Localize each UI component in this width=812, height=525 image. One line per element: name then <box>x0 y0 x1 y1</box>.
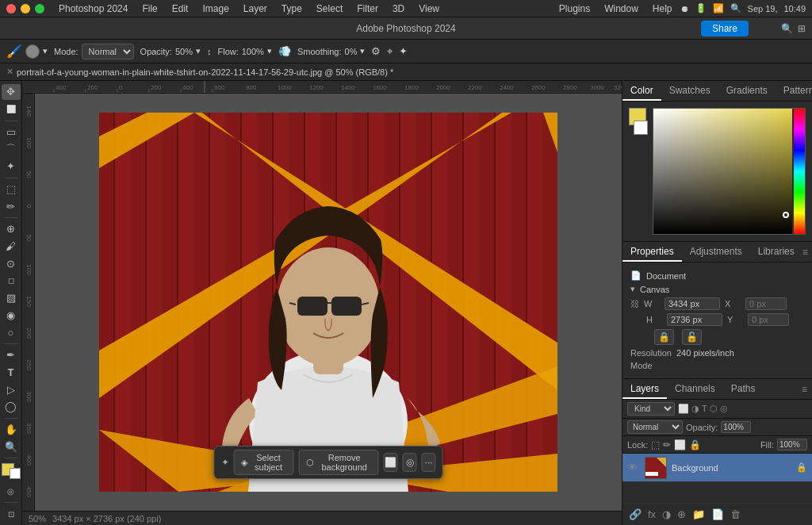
symmetry-icon[interactable]: ✦ <box>399 45 408 57</box>
brush-angle-icon[interactable]: ⌖ <box>387 45 393 58</box>
menu-type[interactable]: Type <box>275 2 308 16</box>
tab-patterns[interactable]: Patterns <box>776 82 812 101</box>
layers-delete-icon[interactable]: 🗑 <box>730 508 741 520</box>
menu-3d[interactable]: 3D <box>386 2 411 16</box>
tab-paths[interactable]: Paths <box>723 380 764 399</box>
active-tab-label[interactable]: portrait-of-a-young-woman-in-plain-white… <box>17 67 393 77</box>
layers-mask-icon[interactable]: ◑ <box>662 508 671 520</box>
canvas-lock-icon-2[interactable]: 🔓 <box>682 329 702 345</box>
menu-select[interactable]: Select <box>310 2 349 16</box>
tab-properties[interactable]: Properties <box>622 243 682 262</box>
menu-help[interactable]: Help <box>646 2 679 16</box>
tool-eyedropper[interactable]: ✏ <box>2 198 21 214</box>
minimize-button[interactable] <box>21 4 30 13</box>
layers-opacity-input[interactable] <box>721 421 751 433</box>
background-color[interactable] <box>10 468 21 479</box>
brush-shape-icon[interactable] <box>25 44 40 59</box>
tool-magic-wand[interactable]: ✦ <box>2 159 21 174</box>
tool-text[interactable]: T <box>2 365 21 381</box>
canvas-more-button[interactable]: ··· <box>422 453 436 472</box>
tool-gradient[interactable]: ▨ <box>2 290 21 306</box>
mode-select[interactable]: Normal <box>82 44 134 59</box>
menu-file[interactable]: File <box>136 2 163 16</box>
tool-eraser[interactable]: ◻ <box>2 273 21 289</box>
menu-photoshop[interactable]: Photoshop 2024 <box>52 2 134 16</box>
brush-settings-icon[interactable]: ⚙ <box>371 45 381 57</box>
x-input[interactable] <box>745 297 787 310</box>
tab-color[interactable]: Color <box>622 82 661 101</box>
canvas-extra-btn-1[interactable]: ⬜ <box>384 453 398 472</box>
lock-artboards-icon[interactable]: ⬜ <box>674 439 686 450</box>
canvas-lock-icon-1[interactable]: 🔒 <box>654 329 674 345</box>
layers-blend-mode[interactable]: Normal <box>627 420 683 434</box>
tool-zoom[interactable]: 🔍 <box>2 439 21 454</box>
canvas-extra-btn-2[interactable]: ◎ <box>403 453 417 472</box>
remove-background-button[interactable]: ⬡ Remove background <box>299 450 379 475</box>
filter-smart-icon[interactable]: ◎ <box>720 404 728 414</box>
layers-adjustment-icon[interactable]: ⊕ <box>677 508 686 520</box>
tool-heal[interactable]: ⊕ <box>2 221 21 237</box>
tab-channels[interactable]: Channels <box>667 380 723 399</box>
fg-bg-colors[interactable] <box>2 463 21 479</box>
layers-new-icon[interactable]: 📄 <box>711 508 724 520</box>
tool-brush[interactable]: 🖌 <box>2 238 21 254</box>
menu-image[interactable]: Image <box>196 2 235 16</box>
fill-input[interactable] <box>777 439 807 450</box>
chain-icon[interactable]: ⛓ <box>630 299 639 308</box>
search-icon[interactable]: 🔍 <box>781 23 793 34</box>
tool-blur[interactable]: ◉ <box>2 307 21 323</box>
background-swatch[interactable] <box>634 121 648 135</box>
select-subject-button[interactable]: ◈ Select subject <box>234 450 294 475</box>
menu-plugins[interactable]: Plugins <box>553 2 596 16</box>
pressure-icon[interactable]: ↕ <box>207 47 212 56</box>
width-input[interactable] <box>665 297 720 310</box>
tab-adjustments[interactable]: Adjustments <box>682 243 750 262</box>
opacity-dropdown-icon[interactable]: ▾ <box>196 46 201 56</box>
canvas-image[interactable]: ✦ ◈ Select subject ⬡ Remove background ⬜… <box>99 113 557 492</box>
tool-shape[interactable]: ◯ <box>2 399 21 415</box>
color-gradient-picker[interactable] <box>653 108 806 235</box>
layers-fx-icon[interactable]: fx <box>648 508 656 520</box>
tab-libraries[interactable]: Libraries <box>750 243 802 262</box>
menu-edit[interactable]: Edit <box>166 2 195 16</box>
menu-view[interactable]: View <box>412 2 446 16</box>
share-button[interactable]: Share <box>701 21 749 36</box>
tool-marquee[interactable]: ▭ <box>2 124 21 140</box>
filter-shape-icon[interactable]: ⬡ <box>710 404 718 414</box>
layers-group-icon[interactable]: 📁 <box>692 508 705 520</box>
layer-visibility-icon[interactable]: 👁 <box>627 462 640 473</box>
height-input[interactable] <box>667 313 722 326</box>
layer-item-background[interactable]: 👁 Background 🔒 <box>622 454 812 482</box>
tool-move[interactable]: ✥ <box>2 84 21 100</box>
tab-swatches[interactable]: Swatches <box>661 82 718 101</box>
close-button[interactable] <box>6 4 16 13</box>
layers-panel-gear-icon[interactable]: ≡ <box>802 384 807 395</box>
lock-all-icon[interactable]: 🔒 <box>689 439 701 450</box>
airbrush-icon[interactable]: 💨 <box>278 45 291 57</box>
quick-mask-icon[interactable]: ◎ <box>2 484 21 500</box>
layers-link-icon[interactable]: 🔗 <box>629 508 642 520</box>
screen-mode-icon[interactable]: ⊡ <box>2 506 21 522</box>
canvas-viewport[interactable]: ✦ ◈ Select subject ⬡ Remove background ⬜… <box>35 94 622 511</box>
menu-window[interactable]: Window <box>598 2 645 16</box>
y-input[interactable] <box>748 313 789 326</box>
tool-artboard[interactable]: ⬜ <box>2 102 21 117</box>
smoothing-dropdown-icon[interactable]: ▾ <box>360 46 365 56</box>
tool-lasso[interactable]: ⌒ <box>2 141 21 157</box>
tab-gradients[interactable]: Gradients <box>718 82 776 101</box>
search-icon[interactable]: 🔍 <box>730 3 741 13</box>
lock-position-icon[interactable]: ✏ <box>663 439 671 450</box>
filter-pixel-icon[interactable]: ⬜ <box>678 404 689 414</box>
tool-dodge[interactable]: ○ <box>2 324 21 340</box>
tab-layers[interactable]: Layers <box>622 380 667 399</box>
brush-options-icon[interactable]: ▾ <box>43 46 48 56</box>
flow-dropdown-icon[interactable]: ▾ <box>267 46 272 56</box>
menu-layer[interactable]: Layer <box>237 2 274 16</box>
tab-close-icon[interactable]: ✕ <box>6 67 13 77</box>
tool-clone[interactable]: ⊙ <box>2 255 21 271</box>
properties-panel-gear-icon[interactable]: ≡ <box>802 247 808 258</box>
tool-hand[interactable]: ✋ <box>2 422 21 438</box>
filter-text-icon[interactable]: T <box>702 404 707 414</box>
maximize-button[interactable] <box>35 4 44 13</box>
tool-pen[interactable]: ✒ <box>2 347 21 363</box>
